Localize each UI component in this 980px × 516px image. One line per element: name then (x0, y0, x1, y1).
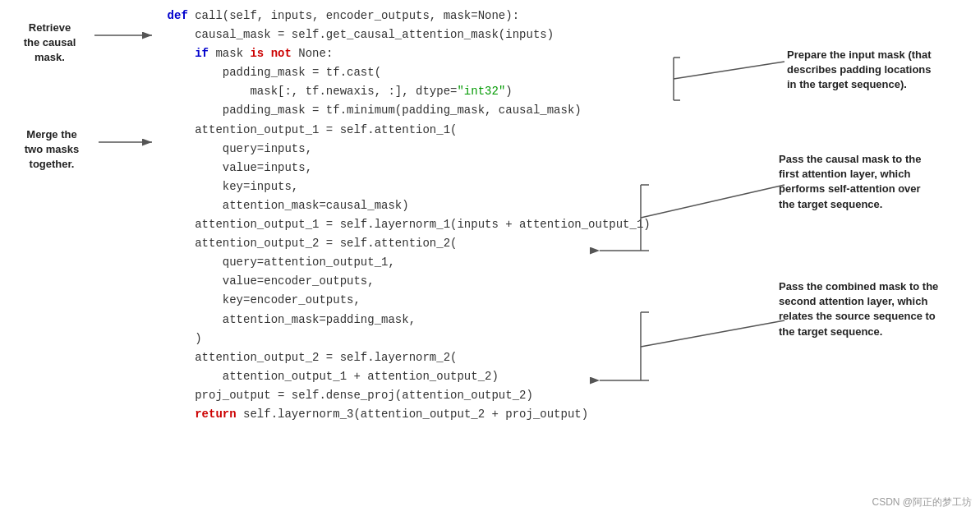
annotation-retrieve: Retrievethe causalmask. (7, 21, 93, 66)
annotation-first-attention: Pass the causal mask to thefirst attenti… (779, 152, 976, 212)
annotation-prepare: Prepare the input mask (thatdescribes pa… (787, 48, 976, 93)
main-container: def call(self, inputs, encoder_outputs, … (0, 0, 980, 516)
annotation-second-attention: Pass the combined mask to thesecond atte… (779, 279, 976, 339)
watermark: CSDN @阿正的梦工坊 (872, 495, 972, 509)
annotation-merge: Merge thetwo maskstogether. (7, 127, 97, 173)
